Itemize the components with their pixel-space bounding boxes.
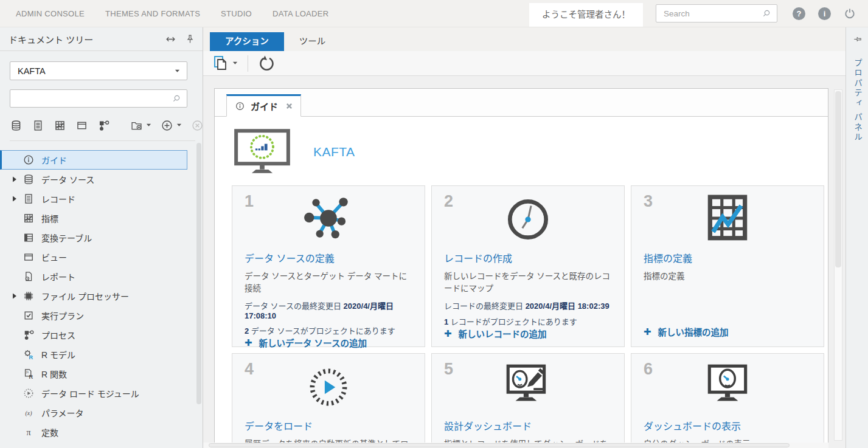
card-title-link[interactable]: データ ソースの定義 [245, 250, 412, 265]
tree-item[interactable]: データ ソース [0, 170, 187, 189]
card-title-link[interactable]: データをロード [245, 418, 412, 433]
card-icon [496, 361, 560, 413]
search-input[interactable] [664, 9, 762, 18]
menu-item[interactable]: STUDIO [221, 9, 252, 18]
project-selector-value: KAFTA [18, 66, 175, 76]
filter-process-icon[interactable] [97, 119, 110, 132]
horizontal-scrollbar[interactable] [203, 443, 828, 448]
tree-item[interactable]: 指標 [0, 208, 187, 228]
tree-item-icon [23, 407, 35, 419]
card-add-link[interactable]: ✚ 新しいデータ ソースの追加 [245, 336, 412, 349]
sidebar-title: ドキュメント ツリー [9, 33, 156, 46]
tree-item[interactable]: ビュー [0, 247, 187, 267]
plus-icon: ✚ [444, 328, 452, 339]
menu-item[interactable]: ADMIN CONSOLE [16, 9, 85, 18]
tree-item[interactable]: レポート [0, 267, 187, 286]
tree-item[interactable]: ファイル プロセッサー [0, 286, 187, 306]
tree-item-icon [23, 368, 35, 380]
card-title-link[interactable]: 設計ダッシュボード [444, 418, 612, 433]
scrollbar-thumb[interactable] [209, 443, 790, 447]
menu-item[interactable]: DATA LOADER [273, 9, 328, 18]
tree-item-label: プロセス [41, 329, 75, 341]
card-title-link[interactable]: ダッシュボードの表示 [644, 418, 811, 433]
properties-panel-tab[interactable]: プロパティ パネル [851, 58, 863, 143]
new-folder-button[interactable] [130, 119, 151, 132]
menu-item[interactable]: THEMES AND FORMATS [105, 9, 200, 18]
tab-actions[interactable]: アクション [210, 32, 284, 51]
search-icon[interactable] [172, 94, 181, 103]
card-title-link[interactable]: 指標の定義 [644, 250, 811, 265]
chevron-down-icon [175, 69, 180, 73]
filter-datasource-icon[interactable] [10, 119, 23, 132]
tree-search[interactable] [10, 89, 187, 108]
tree-item[interactable]: 変換テーブル [0, 228, 187, 247]
tree-item[interactable]: プロセス [0, 325, 187, 345]
top-menubar: ADMIN CONSOLETHEMES AND FORMATSSTUDIODAT… [0, 0, 868, 27]
tree-item-label: ガイド [41, 154, 67, 166]
main-panel: アクション ツール ガイド [203, 27, 845, 448]
card-step-number: 3 [644, 192, 653, 211]
filter-metric-icon[interactable] [54, 119, 66, 132]
tree-item[interactable]: アクセラレータ [0, 442, 187, 448]
toolbar-divider [248, 55, 248, 72]
copy-document-icon [212, 55, 229, 72]
tree-item[interactable]: レコード [0, 189, 187, 208]
help-icon[interactable]: ? [793, 7, 805, 20]
tree-item-icon [23, 193, 35, 205]
pin-panel-icon[interactable] [853, 35, 862, 44]
welcome-banner: ようこそ管理者さん！ [529, 3, 643, 27]
tree-item-icon [23, 329, 35, 341]
card-add-link[interactable]: ✚ 新しいレコードの追加 [444, 327, 612, 340]
pin-panel-icon[interactable] [185, 34, 195, 44]
tree-item[interactable]: ガイド [0, 150, 187, 170]
new-document-button[interactable] [212, 55, 238, 72]
tree-item-icon [23, 271, 35, 283]
resize-panel-icon[interactable] [165, 34, 176, 44]
tree-item[interactable]: 定数 [0, 422, 187, 442]
tree-search-input[interactable] [16, 94, 172, 103]
tree-item[interactable]: データ ロード モジュール [0, 384, 187, 403]
add-item-button[interactable] [161, 119, 182, 132]
tab-guide[interactable]: ガイド [226, 94, 301, 117]
card-last-modified: レコードの最終変更日 2020/4/月曜日 18:02:39 [444, 300, 612, 311]
card-step-number: 5 [444, 360, 453, 379]
sidebar-scrollbar[interactable] [196, 143, 201, 404]
expand-caret-icon[interactable] [12, 176, 23, 182]
project-selector[interactable]: KAFTA [10, 61, 187, 80]
delete-item-icon[interactable] [191, 119, 203, 132]
tree-item-icon [23, 309, 35, 322]
plus-icon: ✚ [644, 326, 651, 337]
close-icon[interactable] [286, 103, 293, 109]
about-info-icon[interactable]: i [818, 7, 831, 20]
tree-item-icon [23, 154, 35, 166]
tree-item[interactable]: R モデル [0, 345, 187, 364]
document-tree: ガイド データ ソース レコード 指標 変換テーブル ビュー レポート ファイル… [0, 150, 203, 448]
search-icon[interactable] [762, 9, 771, 18]
expand-caret-icon[interactable] [12, 293, 23, 299]
card-step-number: 4 [245, 360, 254, 379]
tree-item-label: 定数 [41, 426, 58, 438]
tree-item[interactable]: R 関数 [0, 364, 187, 384]
guide-card: 5 設計ダッシュボード 指標とレコードを使用してダッシュボードを作成 ✚ [431, 353, 625, 444]
vertical-scrollbar[interactable] [834, 89, 842, 441]
filter-record-icon[interactable] [32, 119, 44, 132]
tree-item[interactable]: 実行プラン [0, 306, 187, 325]
logout-power-icon[interactable] [844, 7, 856, 19]
tree-item-label: 実行プラン [41, 309, 84, 322]
tab-tools[interactable]: ツール [284, 32, 341, 51]
project-title: KAFTA [313, 145, 355, 159]
card-title-link[interactable]: レコードの作成 [444, 250, 612, 265]
global-search[interactable] [656, 4, 777, 22]
scrollbar-thumb[interactable] [835, 91, 841, 267]
ribbon-toolbar [203, 51, 845, 76]
content-area: ガイド KAFTA 1 データ ソースの定義 データ ソースとターゲット データ… [203, 76, 845, 448]
refresh-button[interactable] [258, 55, 275, 72]
tree-item[interactable]: パラメータ [0, 403, 187, 422]
card-add-link[interactable]: ✚ 新しい指標の追加 [644, 325, 811, 338]
info-icon [235, 101, 245, 111]
card-icon [696, 193, 759, 246]
properties-rail: プロパティ パネル [845, 27, 868, 448]
expand-caret-icon[interactable] [12, 196, 23, 202]
guide-card: 1 データ ソースの定義 データ ソースとターゲット データ マートに接続 デー… [232, 185, 425, 347]
filter-view-icon[interactable] [75, 119, 88, 132]
